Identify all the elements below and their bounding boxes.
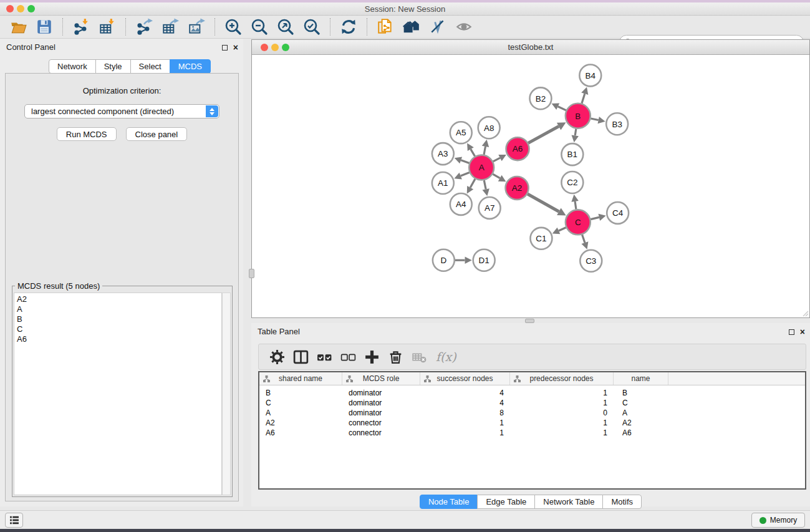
- network-minimize-traffic-light[interactable]: [271, 44, 279, 51]
- toolbar-separator: [62, 18, 63, 36]
- graph-edge-A-A2[interactable]: [493, 174, 499, 178]
- import-table-button[interactable]: [98, 17, 117, 36]
- home-button[interactable]: [402, 17, 421, 36]
- table-row[interactable]: B dominator 4 1 B: [259, 388, 805, 398]
- close-traffic-light[interactable]: [6, 5, 14, 12]
- graph-edge-A-A4[interactable]: [470, 179, 475, 188]
- graph-edge-A-A1[interactable]: [461, 172, 470, 176]
- graph-edge-B-B4[interactable]: [582, 94, 585, 104]
- export-image-button[interactable]: [187, 17, 206, 36]
- list-item[interactable]: A6: [17, 334, 221, 344]
- tab-select[interactable]: Select: [130, 59, 170, 74]
- network-window-titlebar[interactable]: testGlobe.txt: [252, 40, 809, 55]
- graph-node-label: B: [575, 112, 581, 121]
- graph-edge-C-C3[interactable]: [582, 235, 585, 243]
- delete-column-button[interactable]: [410, 347, 428, 366]
- graph-edge-B-B2[interactable]: [558, 107, 566, 110]
- column-header-mcds-role[interactable]: MCDS role: [342, 372, 420, 385]
- list-item[interactable]: C: [17, 324, 221, 334]
- minimize-traffic-light[interactable]: [17, 5, 24, 12]
- float-panel-icon[interactable]: [222, 45, 228, 51]
- graph-edge-A2-C[interactable]: [528, 194, 559, 211]
- memory-button[interactable]: Memory: [751, 513, 805, 528]
- graph-node-label: C1: [536, 234, 546, 243]
- refresh-button[interactable]: [339, 17, 358, 36]
- graph-edge-A-A3[interactable]: [461, 160, 469, 163]
- table-settings-button[interactable]: [268, 347, 286, 366]
- zoom-out-button[interactable]: [250, 17, 269, 36]
- zoom-selected-button[interactable]: [302, 17, 321, 36]
- graph-node-label: B2: [536, 94, 546, 104]
- list-item[interactable]: B: [17, 314, 221, 324]
- show-task-history-button[interactable]: [5, 513, 23, 528]
- network-canvas[interactable]: B4B2BB3A8A5A6B1A3AA1C2A2A4A7C4CC1C3DD1: [252, 56, 809, 317]
- control-panel-title: Control Panel: [6, 42, 55, 52]
- graph-edge-arrowhead: [581, 241, 588, 249]
- graph-edge-B-B3[interactable]: [591, 118, 598, 120]
- network-zoom-traffic-light[interactable]: [282, 44, 289, 51]
- import-network-button[interactable]: [72, 17, 90, 36]
- table-row[interactable]: A6 connector 1 1 A6: [259, 428, 805, 438]
- unselect-all-button[interactable]: [339, 347, 357, 366]
- clone-network-button[interactable]: [376, 17, 395, 36]
- float-panel-icon[interactable]: [789, 329, 794, 335]
- column-header-successor-nodes[interactable]: successor nodes: [420, 372, 510, 385]
- tab-node-table[interactable]: Node Table: [420, 495, 478, 509]
- graph-edge-A-A8[interactable]: [484, 147, 485, 155]
- zoom-in-button[interactable]: [224, 17, 243, 36]
- delete-row-button[interactable]: [386, 347, 405, 366]
- network-graph[interactable]: B4B2BB3A8A5A6B1A3AA1C2A2A4A7C4CC1C3DD1: [252, 56, 809, 317]
- export-table-button[interactable]: [161, 17, 180, 36]
- tab-style[interactable]: Style: [95, 59, 131, 74]
- add-row-button[interactable]: [362, 347, 381, 366]
- graph-edge-B-B1[interactable]: [575, 129, 576, 136]
- save-session-button[interactable]: [35, 17, 54, 36]
- graph-edge-C-C1[interactable]: [559, 228, 566, 231]
- open-file-button[interactable]: [9, 17, 27, 36]
- export-network-button[interactable]: [135, 17, 153, 36]
- zoom-traffic-light[interactable]: [27, 5, 35, 12]
- result-scrollbar[interactable]: [222, 293, 231, 495]
- show-column-button[interactable]: [291, 347, 310, 366]
- tab-motifs[interactable]: Motifs: [602, 495, 642, 509]
- graph-edge-A6-B[interactable]: [528, 127, 559, 143]
- network-close-traffic-light[interactable]: [261, 44, 268, 51]
- table-row[interactable]: A2 connector 1 1 A2: [259, 418, 805, 428]
- column-header-predecessor-nodes[interactable]: predecessor nodes: [510, 372, 614, 385]
- graph-edge-C-C2[interactable]: [575, 201, 576, 210]
- table-row[interactable]: A dominator 8 0 A: [259, 408, 805, 418]
- resize-grip-icon[interactable]: [801, 309, 809, 317]
- graph-edge-C-C4[interactable]: [591, 217, 599, 219]
- list-item[interactable]: A: [17, 304, 221, 314]
- run-mcds-button[interactable]: Run MCDS: [57, 127, 117, 141]
- horizontal-splitter-handle[interactable]: [525, 319, 534, 323]
- columns-icon: [292, 349, 309, 365]
- mcds-result-list[interactable]: A2 A B C A6: [14, 293, 222, 495]
- zoom-fit-button[interactable]: [276, 17, 295, 36]
- graph-node-label: A4: [456, 200, 466, 209]
- column-header-name[interactable]: name: [614, 372, 668, 385]
- column-header-shared-name[interactable]: shared name: [259, 372, 342, 385]
- refresh-icon: [340, 18, 357, 36]
- table-panel: Table Panel ×: [251, 323, 810, 506]
- tab-network[interactable]: Network: [49, 59, 96, 74]
- tab-network-table[interactable]: Network Table: [534, 495, 603, 509]
- close-panel-button[interactable]: Close panel: [126, 127, 188, 141]
- hide-graphics-details-button[interactable]: [428, 17, 447, 36]
- table-row[interactable]: C dominator 4 1 C: [259, 398, 805, 408]
- tab-edge-table[interactable]: Edge Table: [477, 495, 535, 509]
- show-graphics-details-button[interactable]: [455, 17, 473, 36]
- optimization-criterion-dropdown[interactable]: largest connected component (directed): [24, 104, 219, 118]
- graph-edge-A-A5[interactable]: [471, 149, 475, 156]
- close-panel-icon[interactable]: ×: [233, 45, 238, 51]
- graph-edge-A-A6[interactable]: [493, 158, 500, 162]
- graph-node-label: B1: [567, 150, 577, 159]
- tab-mcds[interactable]: MCDS: [170, 59, 211, 74]
- close-panel-icon[interactable]: ×: [800, 329, 805, 335]
- graph-edge-A-A7[interactable]: [484, 180, 486, 189]
- select-all-button[interactable]: [315, 347, 334, 366]
- list-item[interactable]: A2: [17, 294, 221, 304]
- function-builder-button[interactable]: f(x): [436, 350, 456, 364]
- vertical-splitter-handle[interactable]: [249, 269, 254, 278]
- window-titlebar[interactable]: Session: New Session: [0, 2, 810, 16]
